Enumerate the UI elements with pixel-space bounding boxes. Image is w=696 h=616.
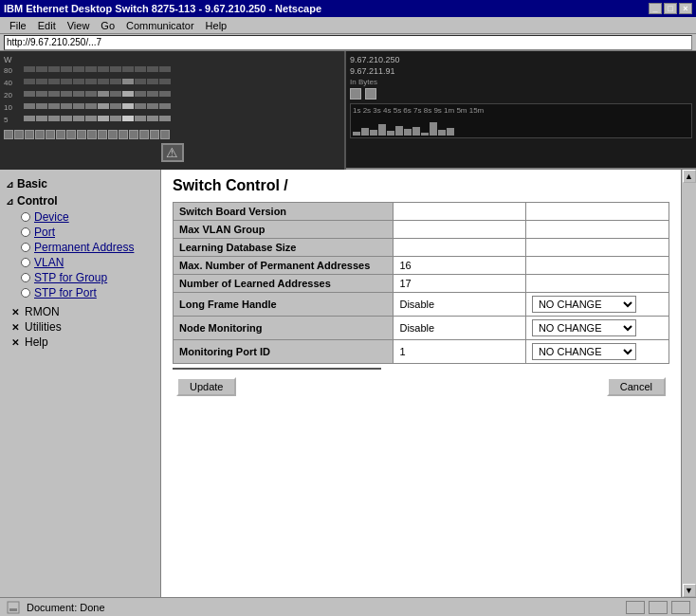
value-switch-board bbox=[394, 203, 525, 221]
address-input[interactable] bbox=[4, 35, 692, 50]
perm-addr-radio-icon bbox=[21, 243, 30, 252]
status-indicator-3 bbox=[671, 601, 690, 614]
menu-help[interactable]: Help bbox=[200, 19, 233, 32]
scroll-down-button[interactable]: ▼ bbox=[683, 584, 696, 597]
sidebar-stp-group-label: STP for Group bbox=[34, 271, 107, 284]
label-node-monitoring: Node Monitoring bbox=[174, 317, 394, 340]
cancel-button[interactable]: Cancel bbox=[607, 377, 666, 396]
action-bar: Update Cancel bbox=[173, 377, 669, 396]
sidebar-vlan-label: VLAN bbox=[34, 256, 64, 269]
device-image: W 80 bbox=[0, 51, 346, 170]
dropdown-max-perm-addr bbox=[525, 257, 669, 275]
dropdown-max-vlan bbox=[525, 221, 669, 239]
sidebar-section-control: ⊿ Control Device Port Permanent Address … bbox=[6, 194, 155, 300]
sidebar-control-label: Control bbox=[17, 194, 58, 208]
divider bbox=[173, 368, 381, 370]
status-indicator-1 bbox=[626, 601, 645, 614]
value-learning-db bbox=[394, 239, 525, 257]
utilities-x-icon: ✕ bbox=[9, 321, 21, 333]
window-controls: _ □ × bbox=[649, 3, 692, 14]
sidebar-port-label: Port bbox=[34, 226, 55, 239]
value-node-monitoring: Disable bbox=[394, 317, 525, 340]
svg-rect-1 bbox=[9, 608, 17, 611]
sidebar-utilities-label: Utilities bbox=[25, 320, 62, 334]
label-learned-addr: Number of Learned Addresses bbox=[174, 275, 394, 293]
label-switch-board: Switch Board Version bbox=[174, 203, 394, 221]
dropdown-learned-addr bbox=[525, 275, 669, 293]
port-radio-icon bbox=[21, 227, 30, 237]
device-radio-icon bbox=[21, 212, 30, 222]
sidebar-help-label: Help bbox=[25, 335, 48, 349]
sidebar-stp-port-label: STP for Port bbox=[34, 286, 97, 299]
monitoring-port-select[interactable]: NO CHANGE 1 2 bbox=[532, 343, 636, 360]
maximize-button[interactable]: □ bbox=[664, 3, 677, 14]
rmon-x-icon: ✕ bbox=[9, 306, 21, 317]
label-learning-db: Learning Database Size bbox=[174, 239, 394, 257]
address-bar bbox=[0, 34, 696, 51]
label-max-vlan: Max VLAN Group bbox=[174, 221, 394, 239]
device-label: W bbox=[4, 55, 340, 64]
sidebar: ⊿ Basic ⊿ Control Device Port Permanent … bbox=[0, 170, 161, 597]
table-row: Switch Board Version bbox=[174, 203, 669, 221]
minimize-button[interactable]: _ bbox=[649, 3, 662, 14]
status-icon bbox=[6, 600, 21, 615]
device-area: W 80 bbox=[0, 51, 696, 170]
menu-communicator[interactable]: Communicator bbox=[120, 19, 200, 32]
update-button[interactable]: Update bbox=[176, 377, 236, 396]
help-x-icon: ✕ bbox=[9, 336, 21, 348]
menu-edit[interactable]: Edit bbox=[32, 19, 62, 32]
value-long-frame: Disable bbox=[394, 293, 525, 317]
dropdown-learning-db bbox=[525, 239, 669, 257]
close-button[interactable]: × bbox=[679, 3, 692, 14]
table-row: Learning Database Size bbox=[174, 239, 669, 257]
content-panel: Switch Control / Switch Board Version Ma… bbox=[161, 170, 681, 597]
sidebar-item-help[interactable]: ✕ Help bbox=[6, 335, 155, 350]
value-max-perm-addr: 16 bbox=[394, 257, 525, 275]
sidebar-item-rmon[interactable]: ✕ RMON bbox=[6, 304, 155, 319]
table-row: Max VLAN Group bbox=[174, 221, 669, 239]
status-bar: Document: Done bbox=[0, 597, 696, 616]
stp-port-radio-icon bbox=[21, 288, 30, 298]
info-table: Switch Board Version Max VLAN Group Lear… bbox=[173, 202, 669, 364]
value-monitoring-port-id: 1 bbox=[394, 340, 525, 364]
scroll-up-button[interactable]: ▲ bbox=[683, 170, 696, 183]
dropdown-long-frame[interactable]: NO CHANGE Enable Disable bbox=[525, 293, 669, 317]
menu-go[interactable]: Go bbox=[95, 19, 120, 32]
long-frame-select[interactable]: NO CHANGE Enable Disable bbox=[532, 296, 636, 313]
svg-rect-0 bbox=[8, 602, 19, 613]
menu-view[interactable]: View bbox=[62, 19, 96, 32]
table-row: Node Monitoring Disable NO CHANGE Enable… bbox=[174, 317, 669, 340]
label-monitoring-port-id: Monitoring Port ID bbox=[174, 340, 394, 364]
sidebar-item-device[interactable]: Device bbox=[6, 209, 155, 225]
sidebar-item-permanent-address[interactable]: Permanent Address bbox=[6, 240, 155, 255]
dropdown-monitoring-port-id[interactable]: NO CHANGE 1 2 bbox=[525, 340, 669, 364]
sidebar-basic-header[interactable]: ⊿ Basic bbox=[6, 177, 155, 190]
dropdown-node-monitoring[interactable]: NO CHANGE Enable Disable bbox=[525, 317, 669, 340]
right-scrollbar[interactable]: ▲ ▼ bbox=[681, 170, 696, 597]
sidebar-item-utilities[interactable]: ✕ Utilities bbox=[6, 319, 155, 335]
sidebar-perm-addr-label: Permanent Address bbox=[34, 241, 134, 254]
sidebar-item-stp-group[interactable]: STP for Group bbox=[6, 270, 155, 285]
status-text: Document: Done bbox=[27, 602, 626, 613]
sidebar-item-port[interactable]: Port bbox=[6, 225, 155, 240]
sidebar-item-stp-port[interactable]: STP for Port bbox=[6, 285, 155, 300]
table-row: Monitoring Port ID 1 NO CHANGE 1 2 bbox=[174, 340, 669, 364]
sidebar-rmon-label: RMON bbox=[25, 305, 60, 318]
sidebar-item-vlan[interactable]: VLAN bbox=[6, 255, 155, 270]
stats-model: 9.67.211.91 bbox=[350, 66, 692, 76]
table-row: Max. Number of Permanent Addresses 16 bbox=[174, 257, 669, 275]
device-stats-panel: 9.67.210.250 9.67.211.91 In Bytes 1s 2s … bbox=[346, 51, 696, 168]
menu-file[interactable]: File bbox=[4, 19, 32, 32]
sidebar-basic-label: Basic bbox=[17, 177, 47, 190]
vlan-radio-icon bbox=[21, 258, 30, 267]
table-row: Number of Learned Addresses 17 bbox=[174, 275, 669, 293]
page-title: Switch Control / bbox=[173, 177, 669, 194]
window-title: IBM Ethernet Desktop Switch 8275-113 - 9… bbox=[4, 3, 649, 14]
status-indicator-2 bbox=[649, 601, 668, 614]
dropdown-switch-board bbox=[525, 203, 669, 221]
sidebar-control-header[interactable]: ⊿ Control bbox=[6, 194, 155, 208]
control-icon: ⊿ bbox=[6, 196, 13, 207]
sidebar-section-basic: ⊿ Basic bbox=[6, 177, 155, 190]
stp-group-radio-icon bbox=[21, 273, 30, 282]
node-monitoring-select[interactable]: NO CHANGE Enable Disable bbox=[532, 319, 636, 336]
